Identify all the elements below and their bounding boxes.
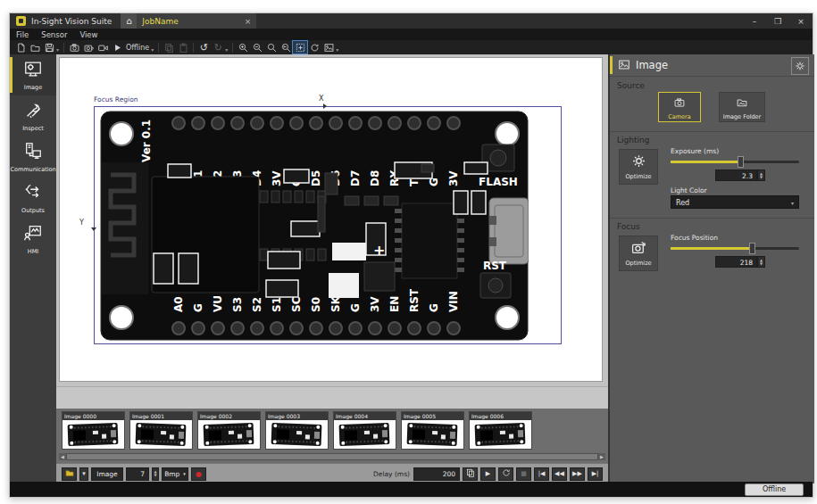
format-dropdown[interactable]: Bmp▾ [162,467,188,481]
svg-text:G: G [428,303,440,312]
save-job-button[interactable] [42,41,56,54]
image-canvas[interactable]: Focus Region X Y D0A0D1GD2VUD3S3D4S23VS1… [59,57,603,382]
source-camera-button[interactable]: Camera [658,92,701,122]
thumbnail-5[interactable]: Image 0005 [401,411,464,450]
save-dropdown-caret[interactable]: ▾ [56,44,59,53]
zoom-out-button[interactable] [250,41,264,54]
tool-hmi-icon [22,223,44,246]
focus-position-slider[interactable] [671,243,799,254]
rewind-button[interactable]: ◀◀ [552,467,567,481]
spinner-down-icon[interactable]: ▼ [760,176,763,179]
tool-image-icon [22,59,44,82]
thumbnail-0[interactable]: Image 0000 [62,411,125,450]
undo-dropdown-caret[interactable]: ▾ [225,44,228,53]
camera-live-icon [84,39,94,56]
live-video-button[interactable] [81,41,96,54]
loop-button[interactable] [498,467,513,481]
sidebar-item-outputs[interactable]: Outputs [10,178,56,219]
thumbnail-1[interactable]: Image 0001 [129,411,193,450]
svg-text:S3: S3 [231,297,244,312]
sidebar-item-hmi[interactable]: HMI [10,219,56,260]
exposure-spinner[interactable]: ▲ ▼ [757,169,765,181]
camera-button-label: Camera [668,113,691,120]
home-button[interactable]: ⌂ [121,13,137,29]
slider-handle[interactable] [749,243,755,254]
svg-text:G: G [349,303,362,312]
folder-dropdown-caret[interactable]: ▾ [79,467,88,481]
trigger-button[interactable] [67,41,81,54]
counter-spinner[interactable]: ▲ ▼ [152,467,159,481]
exposure-value-field[interactable]: 2.3 [715,169,757,181]
source-image-folder-button[interactable]: Image Folder [719,92,765,122]
sidebar-item-image[interactable]: Image [10,54,56,95]
image-name-field[interactable]: Image [91,467,123,481]
step-mode-button[interactable] [463,467,478,481]
redo-button[interactable]: ↻ [211,41,225,54]
zoom-in-button[interactable] [236,41,250,54]
offline-dropdown-caret[interactable]: ▾ [151,44,154,53]
lighting-optimize-button[interactable]: Optimize [619,149,658,185]
copy-button[interactable] [162,41,176,54]
job-tab[interactable]: JobName × [137,13,256,29]
stop-button[interactable]: ■ [516,467,531,481]
thumbnail-3[interactable]: Image 0003 [265,411,329,450]
new-job-button[interactable] [13,41,28,54]
undo-button[interactable]: ↺ [196,41,211,54]
offline-mode-label[interactable]: Offline [126,44,149,52]
forward-button[interactable]: ▶▶ [570,467,585,481]
zoom-region-button[interactable] [264,41,279,54]
thumbnail-6[interactable]: Image 0006 [469,411,532,450]
thumbnail-board-image [198,420,260,449]
tab-close-icon[interactable]: × [245,17,252,26]
sidebar: ImageInspectCommunicationOutputsHMI [10,54,56,483]
slider-handle[interactable] [738,156,744,168]
spinner-down-icon[interactable]: ▼ [154,474,156,477]
skip-last-button[interactable]: ▶| [588,467,603,481]
spinner-down-icon[interactable]: ▼ [760,262,763,266]
thumbnail-4[interactable]: Image 0004 [333,411,396,450]
menu-sensor[interactable]: Sensor [35,30,73,39]
svg-text:+: + [373,242,385,259]
menu-file[interactable]: File [10,30,35,39]
panel-settings-button[interactable] [791,57,809,75]
exposure-slider[interactable] [671,156,799,168]
image-counter-field[interactable]: 7 [126,467,149,481]
refresh-view-button[interactable] [307,41,321,54]
filmstrip-scrollbar[interactable]: ◀ ▶ [59,453,605,460]
thumbnail-2[interactable]: Image 0002 [197,411,261,450]
focus-position-value-field[interactable]: 218 [715,256,757,268]
focus-position-spinner[interactable]: ▲ ▼ [757,256,765,268]
play-button[interactable]: ▶ [480,467,496,481]
close-button[interactable]: × [789,17,813,26]
maximize-button[interactable]: ❒ [766,17,789,26]
record-video-button[interactable] [96,41,110,54]
run-mode-button[interactable] [110,41,124,54]
view-dropdown-caret[interactable]: ▾ [336,44,338,53]
open-job-button[interactable] [28,41,42,54]
light-color-dropdown[interactable]: Red ▾ [671,195,799,209]
scrollbar-thumb[interactable] [67,454,597,459]
record-button[interactable]: ● [191,467,206,481]
minimize-button[interactable]: – [743,17,766,26]
open-image-folder-button[interactable] [62,467,77,481]
delay-field[interactable]: 200 [413,467,460,481]
svg-text:RST: RST [483,260,507,272]
scroll-left-icon[interactable]: ◀ [59,453,66,460]
zoom-fit-button[interactable] [279,41,293,54]
format-caret-icon: ▾ [183,471,186,476]
offline-status-button[interactable]: Offline [745,483,804,496]
sidebar-item-communication[interactable]: Communication [10,136,56,178]
menu-bar: FileSensorView [10,29,813,40]
focus-optimize-button[interactable]: Optimize [619,235,658,271]
svg-text:RST: RST [408,288,421,312]
skip-first-button[interactable]: |◀ [534,467,549,481]
sidebar-item-inspect[interactable]: Inspect [10,95,56,136]
show-image-button[interactable] [321,41,336,54]
scroll-right-icon[interactable]: ▶ [598,453,605,460]
paste-button[interactable] [176,41,190,54]
fit-to-screen-button[interactable] [293,41,307,54]
x-axis-arrow-icon [323,103,327,109]
menu-view[interactable]: View [73,30,104,39]
save-icon [45,39,54,56]
thumbnail-label: Image 0000 [63,412,124,420]
